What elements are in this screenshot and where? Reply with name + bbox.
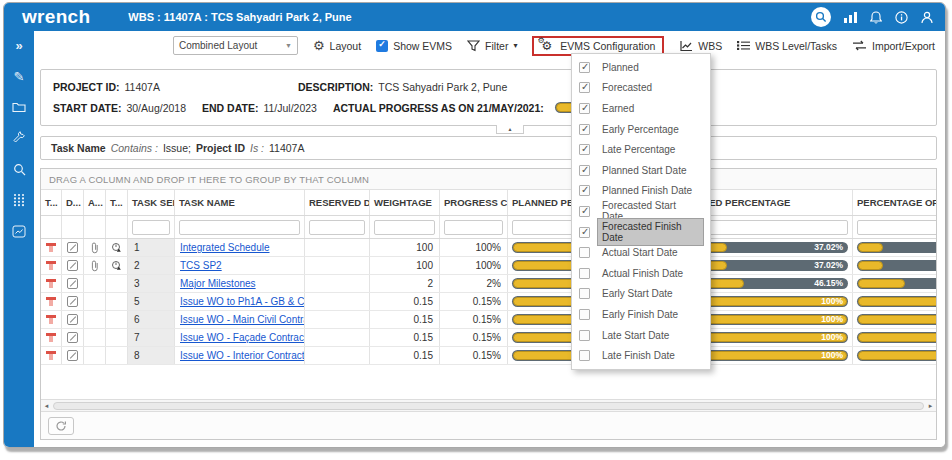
table-row[interactable]: 7 Issue WO - Façade Contractor 0.15 0.15… — [41, 329, 936, 347]
menu-item-late-finish-date[interactable]: Late Finish Date — [572, 345, 710, 366]
checkbox-icon[interactable] — [579, 350, 590, 361]
checkbox-icon[interactable] — [579, 124, 590, 135]
column-header-task-name[interactable]: TASK NAME — [175, 190, 305, 215]
filter-input-weightage[interactable] — [374, 220, 435, 235]
column-header-reserved[interactable]: RESERVED DO... — [305, 190, 370, 215]
table-row[interactable]: 2 TCS SP2 100 100% 37.02% — [41, 257, 936, 275]
task-name-link[interactable]: Issue WO to Ph1A - GB & Compo — [175, 296, 305, 307]
task-type-cell[interactable] — [41, 347, 62, 364]
import-export-button[interactable]: Import/Export — [852, 40, 935, 52]
analytics-bars-icon[interactable] — [844, 11, 857, 23]
search-sidebar-icon[interactable] — [13, 160, 26, 178]
horizontal-scrollbar[interactable]: ◂ ▸ — [41, 399, 936, 411]
task-type-cell[interactable] — [41, 257, 62, 274]
table-row[interactable]: 1 Integrated Schedule 100 100% 37.02% — [41, 239, 936, 257]
checkbox-icon[interactable] — [579, 82, 590, 93]
task-name-link[interactable]: TCS SP2 — [175, 260, 222, 271]
group-by-dropzone[interactable]: DRAG A COLUMN AND DROP IT HERE TO GROUP … — [41, 169, 936, 190]
checkbox-icon[interactable] — [579, 62, 590, 73]
checkbox-icon[interactable] — [579, 227, 590, 238]
menu-item-forecasted-finish-date[interactable]: Forecasted Finish Date — [572, 222, 710, 243]
show-evms-checkbox[interactable]: Show EVMS — [376, 40, 452, 52]
folder-icon[interactable] — [12, 98, 26, 116]
edit-cell[interactable] — [62, 257, 84, 274]
column-header[interactable]: A... — [84, 190, 106, 215]
filter-input-task-name[interactable] — [179, 220, 300, 235]
edit-cell[interactable] — [62, 347, 84, 364]
menu-item-late-start-date[interactable]: Late Start Date — [572, 325, 710, 346]
scrollbar-thumb[interactable] — [53, 402, 924, 410]
filter-input-serial[interactable] — [132, 220, 170, 235]
collapse-panel-button[interactable]: ▲ — [496, 125, 524, 134]
refresh-button[interactable] — [48, 417, 74, 435]
edit-cell[interactable] — [62, 329, 84, 346]
attachment-cell[interactable] — [84, 257, 106, 274]
report-icon[interactable] — [12, 222, 26, 240]
checkbox-icon[interactable] — [579, 309, 590, 320]
menu-item-forecasted[interactable]: Forecasted — [572, 78, 710, 99]
table-row[interactable]: 6 Issue WO - Main Civil Contracto 0.15 0… — [41, 311, 936, 329]
filter-button[interactable]: Filter ▾ — [467, 40, 517, 52]
column-header-weightage[interactable]: WEIGHTAGE — [370, 190, 440, 215]
table-row[interactable]: 5 Issue WO to Ph1A - GB & Compo 0.15 0.1… — [41, 293, 936, 311]
column-header-progress[interactable]: PROGRESS CO... — [440, 190, 508, 215]
checkbox-icon[interactable] — [579, 268, 590, 279]
info-icon[interactable] — [895, 11, 908, 24]
checkbox-icon[interactable] — [579, 103, 590, 114]
notifications-bell-icon[interactable] — [870, 11, 882, 24]
task-type-cell[interactable] — [41, 311, 62, 328]
table-row[interactable]: 3 Major Milestones 2 2% 46.15% — [41, 275, 936, 293]
checkbox-checked-icon[interactable] — [376, 40, 388, 52]
filter-input-completion[interactable] — [857, 220, 936, 235]
menu-item-actual-start-date[interactable]: Actual Start Date — [572, 242, 710, 263]
search-icon[interactable] — [811, 7, 831, 27]
menu-item-early-finish-date[interactable]: Early Finish Date — [572, 304, 710, 325]
layout-button[interactable]: ⚙ Layout — [313, 39, 361, 52]
menu-item-early-start-date[interactable]: Early Start Date — [572, 284, 710, 305]
task-name-link[interactable]: Issue WO - Main Civil Contracto — [175, 314, 305, 325]
tools-wrench-icon[interactable] — [12, 129, 26, 147]
menu-item-planned-start-date[interactable]: Planned Start Date — [572, 160, 710, 181]
checkbox-icon[interactable] — [579, 185, 590, 196]
column-header[interactable]: T... — [41, 190, 62, 215]
task-type-cell[interactable] — [41, 329, 62, 346]
expand-sidebar-icon[interactable]: » — [15, 36, 22, 54]
timer-cell[interactable] — [106, 239, 128, 256]
menu-item-planned[interactable]: Planned — [572, 57, 710, 78]
pencil-icon[interactable]: ✎ — [14, 67, 25, 85]
menu-item-actual-finish-date[interactable]: Actual Finish Date — [572, 263, 710, 284]
filter-input-reserved[interactable] — [309, 220, 365, 235]
task-type-cell[interactable] — [41, 293, 62, 310]
task-name-link[interactable]: Issue WO - Interior Contractor — [175, 350, 305, 361]
filter-summary-bar[interactable]: Task Name Contains : Issue; Project ID I… — [40, 136, 937, 160]
edit-cell[interactable] — [62, 293, 84, 310]
checkbox-icon[interactable] — [579, 206, 590, 217]
layout-select[interactable]: Combined Layout ▼ — [173, 36, 298, 55]
scroll-right-icon[interactable]: ▸ — [925, 402, 936, 410]
apps-grid-icon[interactable] — [13, 191, 25, 209]
edit-cell[interactable] — [62, 311, 84, 328]
table-row[interactable]: 8 Issue WO - Interior Contractor 0.15 0.… — [41, 347, 936, 365]
edit-cell[interactable] — [62, 239, 84, 256]
checkbox-icon[interactable] — [579, 165, 590, 176]
attachment-cell[interactable] — [84, 239, 106, 256]
timer-cell[interactable] — [106, 257, 128, 274]
menu-item-early-percentage[interactable]: Early Percentage — [572, 119, 710, 140]
checkbox-icon[interactable] — [579, 330, 590, 341]
column-header[interactable]: D... — [62, 190, 84, 215]
task-name-link[interactable]: Major Milestones — [175, 278, 256, 289]
checkbox-icon[interactable] — [579, 144, 590, 155]
menu-item-late-percentage[interactable]: Late Percentage — [572, 139, 710, 160]
task-type-cell[interactable] — [41, 239, 62, 256]
checkbox-icon[interactable] — [579, 288, 590, 299]
scroll-left-icon[interactable]: ◂ — [41, 402, 52, 410]
menu-item-earned[interactable]: Earned — [572, 98, 710, 119]
filter-input-progress[interactable] — [444, 220, 503, 235]
wbs-level-tasks-button[interactable]: WBS Level/Tasks — [737, 40, 837, 52]
column-header-task-serial[interactable]: TASK SERIAL...▲ — [128, 190, 175, 215]
edit-cell[interactable] — [62, 275, 84, 292]
column-header[interactable]: T... — [106, 190, 128, 215]
user-profile-icon[interactable] — [921, 11, 933, 24]
task-name-link[interactable]: Integrated Schedule — [175, 242, 270, 253]
task-type-cell[interactable] — [41, 275, 62, 292]
